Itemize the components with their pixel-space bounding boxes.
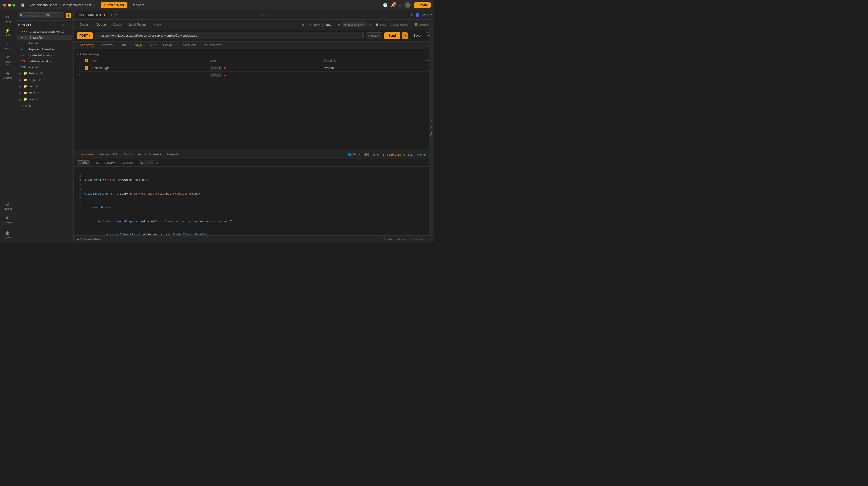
notification-button[interactable]: 🔔 3 [391, 3, 395, 7]
resp-tab-response[interactable]: Response [77, 151, 96, 158]
avatar[interactable]: C [405, 2, 411, 8]
sidebar-item-tests[interactable]: ✓ Tests [1, 39, 14, 52]
help-icon[interactable]: ? [429, 238, 431, 241]
cookie-button[interactable]: Cookie [383, 238, 392, 241]
breadcrumb-space[interactable]: Cora personal space [29, 3, 58, 7]
sidebar-settings-icon[interactable]: ⚙ [62, 23, 65, 27]
header-value-cell[interactable] [322, 72, 423, 79]
minimize-button[interactable] [8, 4, 11, 7]
tab-load-testing[interactable]: Load Testing [126, 21, 150, 28]
row-checkbox[interactable] [85, 73, 88, 77]
default-badge[interactable]: D Default ▾ [416, 13, 432, 17]
settings-icon-tab[interactable]: ⚙ [411, 13, 413, 17]
header-value-cell[interactable]: text/xml [322, 64, 423, 72]
all-badge[interactable]: All [45, 14, 51, 17]
copy-icon[interactable]: ⧉ [156, 161, 158, 165]
format-preview-button[interactable]: Preview [103, 161, 118, 165]
tab-mock[interactable]: Mock [151, 21, 164, 28]
url-input[interactable] [95, 32, 364, 39]
sidebar-item-settings[interactable]: ⚙ Settings [1, 200, 14, 212]
resp-tab-headers[interactable]: Headers (15) [96, 151, 120, 158]
req-tab-pre-request[interactable]: Pre-request [176, 41, 199, 49]
folder-store[interactable]: ▶ 📁 store (4) [17, 90, 72, 96]
clock-icon[interactable]: 🕐 [383, 3, 388, 7]
close-button[interactable] [3, 4, 6, 7]
req-tab-post-response[interactable]: Post-response [199, 41, 225, 49]
resp-tab-cookie[interactable]: Cookie [120, 151, 135, 158]
api-item-create-new[interactable]: POST Create New [17, 35, 72, 40]
header-key-cell[interactable]: Content-Type [90, 64, 208, 72]
folder-apis[interactable]: ▶ 📁 APIs (10) [17, 77, 72, 83]
resp-tab-console[interactable]: Console [164, 151, 181, 158]
sidebar-item-share-docs[interactable]: ↗ Share Docs [1, 53, 14, 68]
type-badge[interactable]: String ▾ [210, 73, 222, 77]
format-visualize-button[interactable]: Visualize [119, 161, 135, 165]
sidebar-item-manage[interactable]: ⊞ Manage [1, 213, 14, 226]
encoding-select[interactable]: UTF-8 ▾ [139, 160, 154, 166]
search-box[interactable]: 🔍 Keyword/URL • All [18, 12, 64, 18]
format-pretty-button[interactable]: Pretty [77, 160, 90, 166]
req-tab-params[interactable]: Params [99, 41, 116, 49]
row-checkbox[interactable] [85, 66, 88, 70]
req-tab-path[interactable]: Path [116, 41, 129, 49]
create-button[interactable]: + Create [16, 103, 73, 109]
send-button[interactable]: Send [384, 32, 400, 39]
archive-button[interactable]: 📦 Archive [412, 22, 431, 27]
filter-icon[interactable]: ⇅ [302, 23, 304, 26]
test-results-panel[interactable]: Test results [429, 21, 434, 235]
api-item-new-sse[interactable]: SSE New SSE [17, 64, 72, 70]
new-tab-button[interactable]: + [109, 13, 114, 17]
env-columns-button[interactable]: ⇥ [368, 23, 371, 27]
select-all-checkbox[interactable] [85, 59, 88, 62]
invite-button[interactable]: + Invite [414, 2, 431, 8]
breadcrumb-project[interactable]: Cora personal project [61, 3, 91, 7]
tab-prev-button[interactable]: ‹ [261, 13, 264, 17]
tab-design[interactable]: Design [77, 21, 92, 28]
chevron-down-icon[interactable]: ▾ [93, 4, 94, 6]
resp-tab-actual-request[interactable]: Actual Request [135, 151, 164, 158]
duplicate-button[interactable]: ⧉ Duplicate [390, 22, 410, 27]
req-tab-body[interactable]: Body(1) [129, 41, 147, 49]
share-title-button[interactable]: ⬆ Share [129, 2, 148, 8]
header-key-cell[interactable] [90, 72, 208, 79]
headers-more-button[interactable]: ••• [425, 58, 429, 62]
new-project-button[interactable]: + New project [101, 2, 127, 8]
type-badge[interactable]: String ▾ [210, 66, 222, 70]
sidebar-item-apis[interactable]: ⚡ APIs [1, 26, 14, 38]
maximize-button[interactable] [12, 4, 16, 7]
req-tab-cookie[interactable]: Cookie [160, 41, 176, 49]
sidebar-item-trash[interactable]: 🗑 Trash [1, 229, 14, 241]
settings-button[interactable]: Settings [397, 238, 407, 241]
sidebar-item-history[interactable]: ↺ History [1, 12, 14, 25]
sidebar-add-icon[interactable]: + [69, 23, 71, 27]
api-item-creates-list[interactable]: POST Creates list of users with ... [17, 29, 72, 34]
community-button[interactable]: Community [411, 238, 425, 241]
share-toolbar-button[interactable]: ↗ Share [306, 22, 323, 27]
layout-icon[interactable]: ⊞ [398, 3, 401, 7]
environment-selector[interactable]: Developing ▾ [342, 22, 366, 27]
sidebar-add-button[interactable]: + [66, 13, 71, 18]
folder-pet[interactable]: ▶ 📁 pet (9) [17, 83, 72, 89]
section-collapse[interactable]: ▾ Public (header) [77, 52, 431, 57]
collapse-sidebar-button[interactable]: ◀ Collapse Sidebar [77, 237, 101, 241]
api-item-get-list[interactable]: GET Get List [17, 40, 72, 46]
folder-user[interactable]: ▶ 📁 user (7) [17, 96, 72, 103]
drag-handle-icon[interactable]: ⠿ [79, 74, 81, 77]
req-tab-headers[interactable]: Headers(1) [77, 41, 98, 49]
drag-handle-icon[interactable]: ⠿ [79, 67, 81, 69]
api-item-replace-info[interactable]: PUT Replace Information [17, 47, 72, 52]
tab-cases[interactable]: Cases [110, 21, 125, 28]
folder-testing[interactable]: ▶ 📁 Testing (2) [17, 70, 72, 77]
save-button[interactable]: Save [410, 32, 424, 39]
api-item-delete-info[interactable]: DEL Delete Information [17, 58, 72, 64]
format-raw-button[interactable]: Raw [91, 161, 102, 165]
tab-debug[interactable]: Debug [94, 21, 109, 28]
method-select[interactable]: POST ▾ [77, 32, 93, 39]
all-api-label[interactable]: All API [22, 23, 31, 27]
send-arrow-button[interactable]: ▾ [402, 32, 408, 39]
tab-more-button[interactable]: ••• [115, 13, 118, 17]
protocol-select[interactable]: http/1.1 ▾ [366, 32, 382, 39]
lock-button[interactable]: 🔒 Lock [373, 22, 388, 27]
tab-new-http[interactable]: POST New HTTP [76, 12, 108, 18]
req-tab-auth[interactable]: Auth [147, 41, 159, 49]
